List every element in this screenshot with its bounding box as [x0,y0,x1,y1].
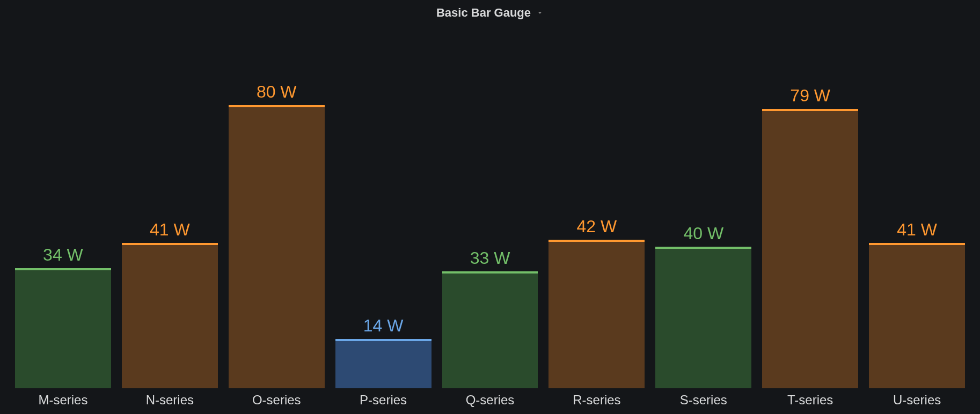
bar-gauge-track: 41 W [122,34,218,388]
bar-gauge-panel: Basic Bar Gauge 34 WM-series41 WN-series… [0,0,980,414]
bar-gauge-track: 14 W [335,34,432,388]
bar-gauge-value: 79 W [762,86,858,106]
panel-header[interactable]: Basic Bar Gauge [0,0,980,26]
bar-gauge-value: 33 W [442,248,538,268]
bar-gauge-track: 80 W [229,34,325,388]
bar-gauge-column: 33 WQ-series [442,34,538,408]
bar-gauge-label: T-series [762,393,858,408]
bar-gauge-value: 34 W [15,245,111,265]
bar-gauge-column: 80 WO-series [229,34,325,408]
bar-gauge-bar [442,271,538,388]
bar-gauge-track: 34 W [15,34,111,388]
bar-gauge-column: 34 WM-series [15,34,111,408]
bar-gauge-label: U-series [869,393,965,408]
bar-gauge-column: 41 WN-series [122,34,218,408]
panel-title: Basic Bar Gauge [436,6,531,20]
bar-gauge-label: P-series [335,393,432,408]
bar-gauge-bar [335,339,432,388]
bar-gauge-track: 79 W [762,34,858,388]
bar-gauge-value: 80 W [229,82,325,102]
bar-gauge-bar [762,109,858,388]
bar-gauge-track: 40 W [655,34,751,388]
bar-gauge-label: M-series [15,393,111,408]
bar-gauge-value: 14 W [335,316,432,336]
bar-gauge-track: 41 W [869,34,965,388]
bar-gauge-label: N-series [122,393,218,408]
bar-gauge-bar [15,268,111,388]
bar-gauge-label: O-series [229,393,325,408]
bar-gauge-column: 41 WU-series [869,34,965,408]
bar-gauge-column: 42 WR-series [548,34,645,408]
bar-gauge-label: R-series [548,393,645,408]
bar-gauge-value: 42 W [548,217,645,236]
bar-gauge-track: 33 W [442,34,538,388]
bar-gauge-value: 41 W [122,220,218,240]
bar-gauge-bar [122,243,218,388]
bar-gauge-label: Q-series [442,393,538,408]
bar-gauge-track: 42 W [548,34,645,388]
bar-gauge-column: 14 WP-series [335,34,432,408]
chevron-down-icon [536,9,544,17]
bar-gauge-value: 41 W [869,220,965,240]
bar-gauge-label: S-series [655,393,751,408]
bar-gauge-chart: 34 WM-series41 WN-series80 WO-series14 W… [0,26,980,414]
bar-gauge-column: 40 WS-series [655,34,751,408]
bar-gauge-bar [229,105,325,388]
bar-gauge-value: 40 W [655,224,751,243]
bar-gauge-bar [655,247,751,388]
bar-gauge-bar [548,240,645,388]
bar-gauge-column: 79 WT-series [762,34,858,408]
bar-gauge-bar [869,243,965,388]
